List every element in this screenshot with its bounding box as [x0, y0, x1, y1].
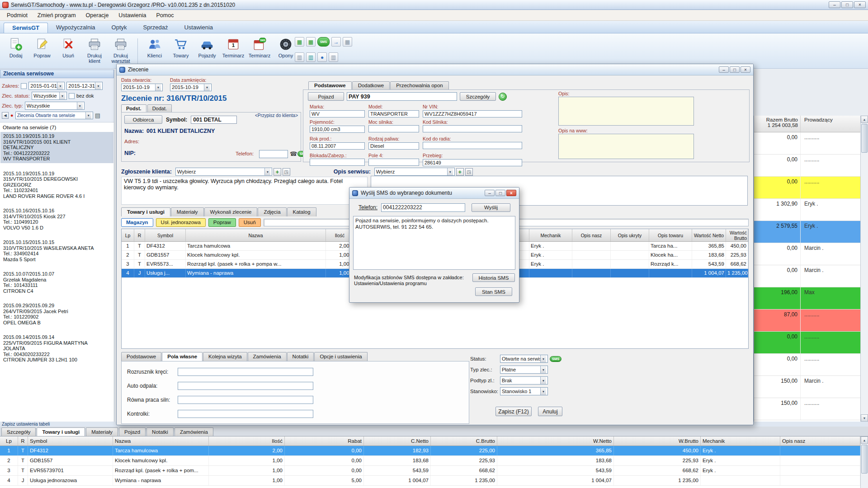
- scroll-thumb[interactable]: [861, 124, 868, 153]
- order-list-item[interactable]: 2015.10.19/2015.10.19 315/VTR/10/2015 DE…: [0, 169, 113, 201]
- dropdown-arrow-icon[interactable]: ▼: [85, 112, 91, 119]
- maximize-button[interactable]: □: [730, 66, 740, 73]
- field-input[interactable]: [310, 159, 365, 166]
- vehicle-tab[interactable]: Dodatkowe: [352, 81, 390, 89]
- column-header[interactable]: Opis nasz: [780, 436, 860, 446]
- order-total-row[interactable]: 196,00 Max: [754, 287, 860, 310]
- order-list-item[interactable]: 2015.09.29/2015.09.29 264/VTR/09/2015 Ja…: [0, 301, 113, 327]
- dropdown-arrow-icon[interactable]: ▼: [264, 168, 270, 175]
- prev-view-button[interactable]: ◀: [2, 112, 9, 119]
- date-to-input[interactable]: 2015-12-31▼: [66, 82, 103, 90]
- details-tab[interactable]: Notatki: [287, 352, 314, 361]
- print-list-icon[interactable]: ▤: [95, 113, 100, 118]
- tab-dodat[interactable]: Dodat.: [147, 104, 172, 112]
- scroll-track[interactable]: [861, 444, 868, 488]
- minimize-button[interactable]: –: [485, 190, 495, 196]
- column-header[interactable]: Opis towaru: [649, 229, 692, 241]
- custom-field-input[interactable]: [178, 410, 313, 418]
- custom-field-input[interactable]: [178, 368, 313, 376]
- order-total-row[interactable]: 150,00 ..........: [754, 398, 860, 420]
- background-toolbar-icon[interactable]: ▦: [295, 37, 304, 47]
- dropdown-arrow-icon[interactable]: ▼: [77, 102, 83, 109]
- column-header[interactable]: R: [134, 229, 145, 241]
- bez-dok-checkbox[interactable]: [69, 93, 75, 99]
- close-button[interactable]: ×: [741, 66, 750, 73]
- sms-message-textarea[interactable]: Pojazd na serwisie, poinformujemy o dals…: [353, 216, 515, 270]
- order-total-row[interactable]: 0,00 Marcin .: [754, 265, 860, 287]
- field-input[interactable]: [368, 159, 419, 166]
- custom-field-input[interactable]: [178, 382, 313, 390]
- bottom-table-row[interactable]: 3 T EVR55739701 Rozrząd kpl. (pasek + ro…: [0, 466, 860, 476]
- usluga-jednorazowa-button[interactable]: Usł. jednorazowa: [156, 218, 206, 227]
- status-select[interactable]: Otwarte na serwisie▼: [500, 355, 548, 363]
- details-tab[interactable]: Pola własne: [162, 352, 203, 361]
- field-input[interactable]: 08.11.2007: [310, 142, 365, 150]
- column-header[interactable]: Lp: [122, 229, 134, 241]
- sms-telefon-input[interactable]: 0041222203222: [381, 203, 465, 212]
- usun-button[interactable]: Usuń: [239, 218, 261, 227]
- order-total-row[interactable]: 0,00 ..........: [754, 354, 860, 376]
- clients-button[interactable]: Klienci: [142, 36, 168, 58]
- bottom-tab[interactable]: Zamówienia: [175, 427, 213, 436]
- order-total-row[interactable]: 0,00 Marcin .: [754, 243, 860, 265]
- stanowisko-select[interactable]: Stanowisko 1▼: [500, 387, 548, 395]
- field-input[interactable]: [368, 125, 419, 132]
- expand-button[interactable]: ◳: [465, 168, 473, 176]
- bottom-table-row[interactable]: 4 J Usługa jednorazowa Wymiana - naprawa…: [0, 476, 860, 486]
- column-header[interactable]: Opis ukryty: [611, 229, 649, 241]
- module-tab[interactable]: Sprzedaż: [135, 23, 176, 33]
- column-header[interactable]: Mechanik: [529, 229, 572, 241]
- date-from-input[interactable]: 2015-01-01▼: [28, 82, 65, 90]
- dropdown-arrow-icon[interactable]: ▼: [447, 168, 453, 175]
- field-input[interactable]: WV: [310, 110, 365, 117]
- background-toolbar-icon[interactable]: →: [331, 37, 341, 47]
- add-template-button[interactable]: +: [274, 168, 281, 176]
- delete-order-button[interactable]: Usuń: [55, 36, 81, 58]
- menu-item[interactable]: Operacje: [81, 11, 114, 20]
- calendar-dropdown-icon[interactable]: ▼: [155, 84, 161, 91]
- background-toolbar-icon[interactable]: ▥: [329, 52, 338, 62]
- status-select[interactable]: Wszystkie▼: [32, 92, 67, 100]
- dropdown-arrow-icon[interactable]: ▼: [540, 366, 546, 373]
- close-button[interactable]: ×: [506, 190, 516, 196]
- maximize-button[interactable]: □: [495, 190, 505, 196]
- pojazd-button[interactable]: Pojazd: [308, 92, 344, 101]
- sms-history-button[interactable]: Historia SMS: [472, 273, 515, 282]
- menu-item[interactable]: Zmień program: [33, 11, 81, 20]
- field-input[interactable]: WV1ZZZ7HZ8H059417: [423, 110, 522, 117]
- szczegoly-button[interactable]: Szczegóły: [460, 92, 496, 101]
- column-header[interactable]: C.Netto: [364, 436, 431, 446]
- background-toolbar-icon[interactable]: ▥: [295, 52, 304, 62]
- popraw-button[interactable]: Popraw: [208, 218, 236, 227]
- maximize-button[interactable]: □: [841, 1, 853, 8]
- dropdown-arrow-icon[interactable]: ▼: [540, 388, 546, 395]
- order-list-item[interactable]: 2015.10.07/2015.10.07 Grzelak Magdalena …: [0, 270, 113, 295]
- module-tab[interactable]: Optyk: [104, 23, 135, 33]
- order-total-row[interactable]: 87,00 ..........: [754, 310, 860, 332]
- calendar-dropdown-icon[interactable]: ▼: [57, 82, 63, 89]
- typ-select[interactable]: Wszystkie▼: [25, 102, 85, 110]
- field-input[interactable]: 286149: [423, 159, 522, 166]
- column-header[interactable]: Nazwa: [186, 229, 326, 241]
- field-input[interactable]: [423, 142, 522, 149]
- add-order-button[interactable]: Dodaj: [3, 36, 29, 58]
- items-tab[interactable]: Towary i usługi: [121, 207, 170, 216]
- column-header[interactable]: Wartość Netto: [692, 229, 726, 241]
- items-tab[interactable]: Katalog: [287, 207, 316, 216]
- calendar-dropdown-icon[interactable]: ▼: [95, 82, 101, 89]
- close-button[interactable]: ×: [854, 1, 866, 8]
- bottom-tab[interactable]: Szczegóły: [1, 427, 36, 436]
- view-select[interactable]: Zlecenia Otwarte na serwisie▼: [15, 112, 93, 119]
- scroll-up-icon[interactable]: ▲: [861, 436, 868, 444]
- field-input[interactable]: 1910,00 cm3: [310, 126, 365, 133]
- data-zamkniecia-input[interactable]: 2015-10-19▼: [170, 84, 212, 91]
- typ-zlec-select[interactable]: Płatne▼: [500, 366, 548, 374]
- module-tab[interactable]: SerwisGT: [4, 23, 48, 33]
- dropdown-arrow-icon[interactable]: ▼: [59, 92, 65, 99]
- module-tab[interactable]: Wypożyczalnia: [48, 23, 104, 33]
- background-toolbar-icon[interactable]: SMS: [317, 37, 330, 47]
- menu-item[interactable]: Pomoc: [151, 11, 179, 20]
- items-tab[interactable]: Zdjęcia: [258, 207, 286, 216]
- column-header[interactable]: Lp: [0, 436, 18, 446]
- column-header[interactable]: Nazwa: [113, 436, 209, 446]
